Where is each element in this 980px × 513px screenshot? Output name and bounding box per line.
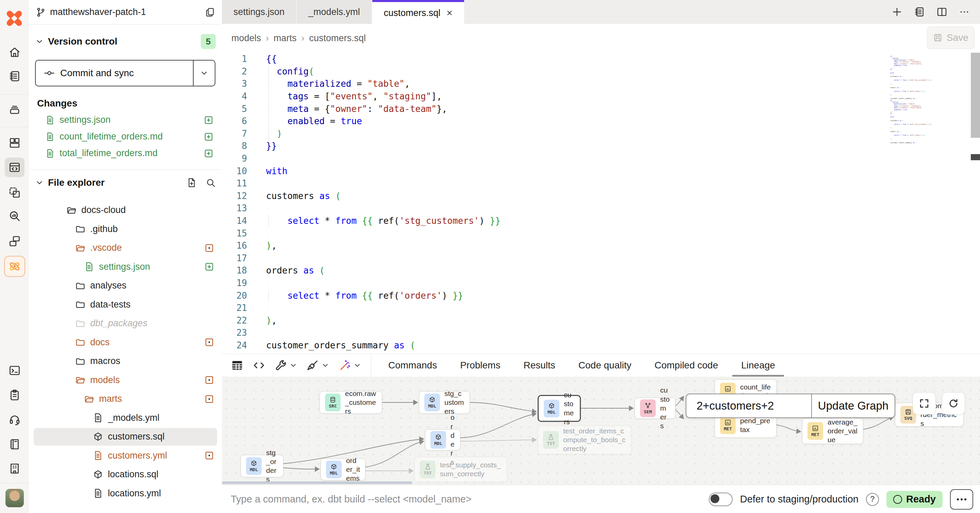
status-more-button[interactable] [950, 489, 973, 510]
breadcrumb-item[interactable]: customers.sql [309, 33, 366, 44]
changed-file-row[interactable]: total_lifetime_orders.md [29, 145, 222, 162]
tree-item-customers.sql[interactable]: customers.sql [29, 427, 222, 446]
command-input[interactable]: Type a command, ex. dbt build --select <… [222, 494, 709, 505]
avatar[interactable] [5, 489, 24, 507]
rail-item-clipboard-icon[interactable] [5, 385, 24, 405]
tree-item-_models.yml[interactable]: _models.yml [29, 408, 222, 427]
lineage-node-order_items[interactable]: MDLorder_items [321, 459, 366, 480]
rail-item-book-icon[interactable] [5, 434, 24, 454]
file-explorer-header[interactable]: File explorer [35, 175, 216, 191]
panel-tab-code-quality[interactable]: Code quality [567, 354, 643, 376]
lineage-node-customers_sem[interactable]: SEMcustomers [635, 398, 675, 419]
split-editor-icon[interactable] [937, 6, 947, 17]
version-control-header[interactable]: Version control 5 [35, 33, 216, 50]
lineage-edge [283, 468, 319, 469]
chart-icon: MET [808, 422, 823, 440]
rail-item-atom-icon[interactable] [4, 256, 25, 277]
commit-and-sync-button[interactable]: Commit and sync [35, 60, 215, 86]
tree-item-docs[interactable]: docs [29, 333, 222, 352]
tab-_models.yml[interactable]: _models.yml [297, 0, 372, 24]
panel-tab-results[interactable]: Results [512, 354, 566, 376]
tree-item-marts[interactable]: marts [29, 389, 222, 408]
cube-icon: MDL [326, 461, 342, 478]
tab-customers.sql[interactable]: customers.sql× [372, 0, 464, 24]
minimap[interactable]: {{ config( materialized = "table", tags … [889, 56, 940, 154]
fullscreen-button[interactable] [913, 392, 936, 415]
lineage-canvas[interactable]: SRCecom.raw_customersMDLstg_customersMDL… [222, 376, 980, 485]
lineage-node-orders[interactable]: MDLorders [425, 429, 460, 450]
chevron-down-icon[interactable] [353, 361, 361, 369]
rail-item-building-icon[interactable] [5, 459, 24, 478]
commit-options-caret[interactable] [193, 60, 215, 86]
scrollbar-handle[interactable] [971, 154, 980, 160]
tree-item-.vscode[interactable]: .vscode [29, 238, 222, 257]
results-table-icon[interactable] [231, 359, 243, 372]
lineage-node-customers_model[interactable]: MDLcustomers [538, 395, 581, 422]
rail-item-search-chart-icon[interactable] [5, 206, 24, 226]
tree-item-analyses[interactable]: analyses [29, 276, 222, 295]
breadcrumb-item[interactable]: models [231, 33, 261, 44]
rail-item-windows-icon[interactable] [5, 231, 24, 251]
lineage-node-test_order_items[interactable]: TSTtest_order_items_compute_to_bools_cor… [538, 426, 632, 454]
format-broom-icon[interactable] [306, 359, 319, 372]
copy-icon[interactable] [205, 7, 215, 17]
new-tab-icon[interactable] [891, 6, 902, 17]
lineage-node-stg_orders[interactable]: MDLstg_orders [240, 455, 283, 477]
panel-tab-lineage[interactable]: Lineage [730, 354, 787, 376]
ai-wand-icon[interactable] [338, 359, 351, 372]
notebook-icon[interactable] [914, 6, 925, 17]
tree-item-locations.sql[interactable]: locations.sql [29, 465, 222, 484]
rail-item-grid-icon[interactable] [5, 133, 24, 153]
git-commit-icon [44, 68, 55, 79]
new-file-icon[interactable] [186, 178, 197, 188]
more-options-icon[interactable] [959, 6, 970, 17]
lineage-node-average_order_value[interactable]: METaverage_order_value [802, 418, 863, 444]
tree-item-locations.yml[interactable]: locations.yml [29, 484, 222, 503]
rail-item-terminal-icon[interactable] [5, 361, 24, 380]
lineage-node-ecom.raw_customers[interactable]: SRCecom.raw_customers [320, 391, 382, 414]
rail-item-stack-icon[interactable] [5, 100, 24, 120]
update-graph-button[interactable]: Update Graph [811, 394, 894, 418]
db-icon: SRC [325, 394, 340, 411]
panel-tab-problems[interactable]: Problems [449, 354, 512, 376]
rail-item-code-window-icon[interactable] [5, 157, 24, 177]
rail-item-notebook-icon[interactable] [5, 66, 24, 86]
rail-item-home-icon[interactable] [5, 43, 24, 62]
build-wrench-icon[interactable] [274, 359, 287, 372]
tab-settings.json[interactable]: settings.json [222, 0, 297, 24]
changed-file-row[interactable]: settings.json [29, 111, 222, 128]
lineage-hscrollbar[interactable] [222, 481, 412, 484]
dbt-logo-icon[interactable] [5, 9, 24, 28]
editor-scrollbar[interactable] [971, 53, 980, 138]
refresh-graph-button[interactable] [942, 392, 965, 415]
file-icon [93, 413, 103, 423]
panel-tab-commands[interactable]: Commands [377, 354, 449, 376]
tree-item-data-tests[interactable]: data-tests [29, 295, 222, 314]
search-icon[interactable] [205, 178, 216, 188]
defer-toggle[interactable] [709, 492, 733, 506]
help-question-icon[interactable]: ? [866, 493, 879, 506]
code-editor[interactable]: 1{{2 config(3 materialized = "table",4 t… [222, 53, 980, 354]
lineage-edge [470, 402, 536, 411]
tree-item-.github[interactable]: .github [29, 220, 222, 239]
tree-item-macros[interactable]: macros [29, 352, 222, 371]
tree-item-customers.yml[interactable]: customers.yml [29, 446, 222, 465]
lineage-node-test_supply[interactable]: TSTtest_supply_costs_sum_correctly [414, 457, 507, 482]
save-button[interactable]: Save [927, 27, 975, 49]
modified-badge-icon [204, 337, 215, 348]
changed-file-row[interactable]: count_lifetime_orders.md [29, 128, 222, 145]
lineage-node-stg_customers[interactable]: MDLstg_customers [419, 391, 470, 414]
chevron-down-icon[interactable] [289, 361, 298, 369]
panel-tab-compiled-code[interactable]: Compiled code [643, 354, 730, 376]
tree-item-settings.json[interactable]: settings.json [29, 257, 222, 276]
tree-item-dbt_packages[interactable]: dbt_packages [29, 314, 222, 333]
close-icon[interactable]: × [447, 7, 453, 19]
breadcrumb-item[interactable]: marts [274, 33, 297, 44]
tree-item-models[interactable]: models [29, 371, 222, 390]
tree-item-docs-cloud[interactable]: docs-cloud [29, 201, 222, 220]
rail-item-select-copy-icon[interactable] [5, 183, 24, 202]
rail-item-headset-icon[interactable] [5, 410, 24, 430]
lineage-selector-input[interactable]: 2+customers+2 [686, 394, 811, 418]
chevron-down-icon[interactable] [321, 361, 329, 369]
code-icon[interactable] [253, 359, 266, 372]
